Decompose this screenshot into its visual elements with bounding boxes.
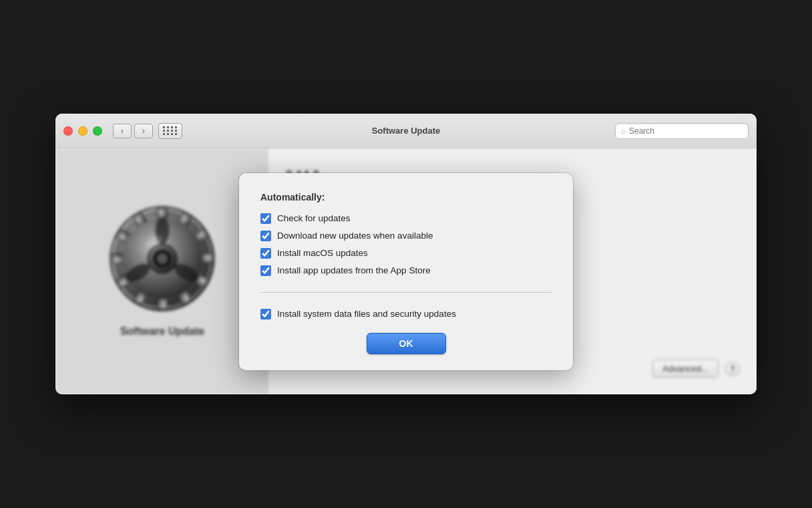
download-updates-label: Download new updates when available	[277, 231, 433, 241]
install-app-checkbox[interactable]	[260, 265, 271, 276]
ok-button[interactable]: OK	[367, 333, 446, 354]
search-bar[interactable]: ⌕	[615, 123, 749, 139]
search-icon: ⌕	[621, 127, 626, 135]
window-title: Software Update	[372, 126, 441, 136]
divider	[260, 292, 552, 293]
back-icon: ‹	[121, 126, 124, 136]
modal-dialog: Automatically: Check for updates Downloa…	[239, 173, 573, 370]
checkbox-item-install-macos: Install macOS updates	[260, 248, 552, 259]
close-button[interactable]	[63, 126, 73, 136]
forward-icon: ›	[142, 126, 145, 136]
install-app-label: Install app updates from the App Store	[277, 265, 431, 275]
install-security-label: Install system data files and security u…	[277, 309, 456, 319]
grid-view-button[interactable]	[158, 123, 182, 139]
install-macos-checkbox[interactable]	[260, 248, 271, 259]
modal-title: Automatically:	[260, 192, 552, 203]
install-security-checkbox[interactable]	[260, 309, 271, 320]
checkbox-item-download-updates: Download new updates when available	[260, 231, 552, 241]
forward-button[interactable]: ›	[134, 124, 153, 138]
check-updates-checkbox[interactable]	[260, 213, 271, 224]
check-updates-label: Check for updates	[277, 213, 351, 223]
nav-buttons: ‹ ›	[113, 124, 153, 138]
maximize-button[interactable]	[93, 126, 102, 136]
traffic-lights	[63, 126, 102, 136]
download-updates-checkbox[interactable]	[260, 231, 271, 241]
main-content: Software Update 0.14.3 M Advanced... ? A…	[55, 148, 757, 394]
modal-overlay: Automatically: Check for updates Downloa…	[55, 148, 757, 394]
modal-footer: OK	[260, 333, 552, 354]
install-macos-label: Install macOS updates	[277, 248, 368, 258]
back-button[interactable]: ‹	[113, 124, 132, 138]
grid-dots-icon	[163, 126, 178, 135]
minimize-button[interactable]	[78, 126, 87, 136]
checkbox-item-check-updates: Check for updates	[260, 213, 552, 224]
checkbox-item-install-app: Install app updates from the App Store	[260, 265, 552, 276]
checkbox-item-install-security: Install system data files and security u…	[260, 309, 552, 320]
checkbox-list: Check for updates Download new updates w…	[260, 213, 552, 320]
search-input[interactable]	[629, 126, 743, 136]
titlebar: ‹ › Software Update ⌕	[55, 114, 757, 148]
app-window: ‹ › Software Update ⌕	[55, 114, 757, 394]
